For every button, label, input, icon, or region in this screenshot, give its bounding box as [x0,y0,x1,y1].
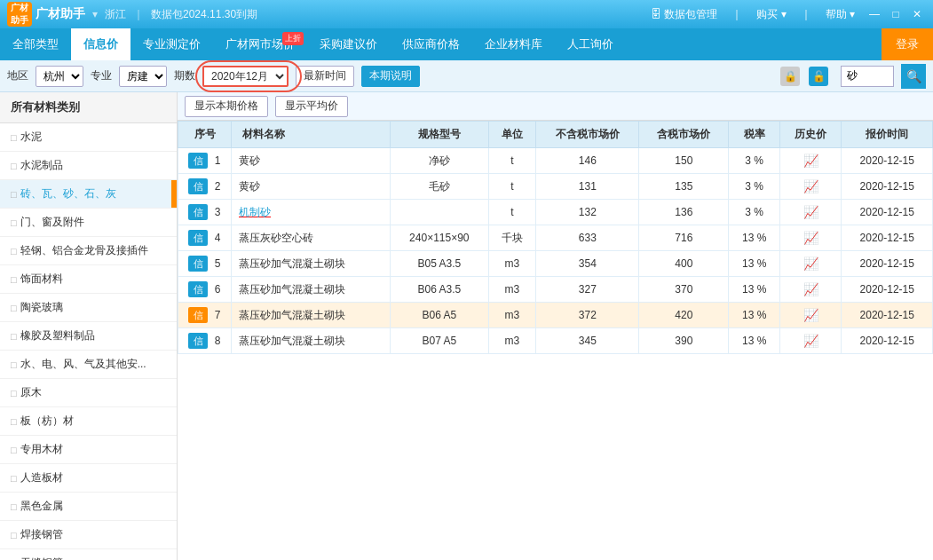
search-button[interactable]: 🔍 [901,64,926,89]
sidebar-item-wood[interactable]: □ 原木 [0,379,177,407]
sidebar-item-icon: □ [11,217,17,228]
table-row: 信 1 黄砂 净砂 t 146 150 3 % 📈 2020-12-15 [178,148,933,174]
material-name: 黄砂 [239,154,260,167]
cell-price-inc: 390 [639,328,729,354]
sidebar-item-water[interactable]: □ 水、电、风、气及其他安... [0,351,177,379]
cell-seq: 3 [215,206,221,218]
sidebar-item-board[interactable]: □ 板（枋）材 [0,407,177,436]
info-button[interactable]: 信 [188,204,208,220]
history-chart-icon[interactable]: 📈 [803,282,818,296]
sidebar-item-cement-products[interactable]: □ 水泥制品 [0,152,177,180]
nav-market-price[interactable]: 广材网市场价 上折 [213,28,307,60]
history-chart-icon[interactable]: 📈 [803,179,818,193]
info-button[interactable]: 信 [188,153,208,169]
info-button[interactable]: 信 [188,178,208,194]
sidebar-item-spec-wood[interactable]: □ 专用木材 [0,436,177,464]
refresh-time-button[interactable]: 最新时间 [296,66,354,87]
close-button[interactable]: ✕ [908,5,926,23]
sidebar-item-cement[interactable]: □ 水泥 [0,123,177,152]
nav-info-price[interactable]: 信息价 [71,28,130,60]
period-desc-button[interactable]: 本期说明 [361,66,420,87]
cell-history: 📈 [780,251,842,277]
cell-history: 📈 [780,303,842,328]
lock-icon[interactable]: 🔒 [780,67,800,86]
sidebar-item-icon: □ [11,445,17,455]
maximize-button[interactable]: □ [887,5,905,23]
sidebar-item-decor[interactable]: □ 饰面材料 [0,265,177,294]
sidebar-item-rubber[interactable]: □ 橡胶及塑料制品 [0,322,177,351]
nav-bar: 全部类型 信息价 专业测定价 广材网市场价 上折 采购建议价 供应商价格 企业材… [0,28,933,60]
cell-spec: 毛砂 [391,174,488,200]
cell-unit: t [488,200,536,225]
history-chart-icon[interactable]: 📈 [803,154,818,168]
type-filter-label: 专业 [91,68,112,83]
cell-price-inc: 136 [639,200,729,225]
buy-btn[interactable]: 购买 ▾ [756,7,786,22]
info-button[interactable]: 信 [188,307,208,323]
cell-unit: m3 [488,303,536,328]
cell-price-ex: 146 [536,148,639,174]
cell-report-time: 2020-12-15 [842,303,933,328]
period-select[interactable]: 2020年12月 [202,66,289,87]
sidebar-item-ferrous[interactable]: □ 黑色金属 [0,493,177,521]
search-input[interactable] [841,66,894,87]
sidebar-item-door[interactable]: □ 门、窗及附件 [0,209,177,237]
sidebar: 所有材料类别 □ 水泥 □ 水泥制品 □ 砖、瓦、砂、石、灰 □ 门、窗及附件 … [0,92,178,560]
nav-pro-price[interactable]: 专业测定价 [130,28,213,60]
material-name: 蒸压砂加气混凝土砌块 [239,257,345,270]
history-chart-icon[interactable]: 📈 [803,256,818,271]
sidebar-item-icon: □ [11,530,17,540]
sidebar-item-welded-pipe[interactable]: □ 焊接钢管 [0,521,177,549]
region-select[interactable]: 杭州 [36,66,83,87]
nav-enterprise-lib[interactable]: 企业材料库 [472,28,555,60]
history-chart-icon[interactable]: 📈 [803,231,818,245]
table-row: 信 4 蒸压灰砂空心砖 240×115×90 千块 633 716 13 % 📈… [178,225,933,251]
cell-spec: 净砂 [391,148,488,174]
cell-tax: 13 % [729,251,780,277]
minimize-button[interactable]: — [866,5,883,23]
login-button[interactable]: 登录 [882,28,933,60]
sep1: ▾ [92,8,98,20]
nav-all-types[interactable]: 全部类型 [0,28,71,60]
unlock-icon[interactable]: 🔓 [809,67,828,86]
sidebar-item-seamless-pipe[interactable]: □ 无缝钢管 [0,549,177,560]
cell-info-btn: 信 6 [178,277,232,303]
show-period-price-button[interactable]: 显示本期价格 [185,96,268,117]
nav-badge: 上折 [282,32,304,45]
sidebar-item-brick[interactable]: □ 砖、瓦、砂、石、灰 [0,180,177,209]
info-button[interactable]: 信 [188,230,208,246]
table-row: 信 5 蒸压砂加气混凝土砌块 B05 A3.5 m3 354 400 13 % … [178,251,933,277]
info-button[interactable]: 信 [188,281,208,297]
cell-name: 蒸压砂加气混凝土砌块 [232,277,391,303]
nav-purchase-price[interactable]: 采购建议价 [307,28,390,60]
cell-tax: 13 % [729,303,780,328]
table-row: 信 8 蒸压砂加气混凝土砌块 B07 A5 m3 345 390 13 % 📈 … [178,328,933,354]
help-btn[interactable]: 帮助 ▾ [826,7,855,22]
sidebar-item-icon: □ [11,189,17,200]
region-filter-label: 地区 [7,68,28,83]
info-button[interactable]: 信 [188,333,208,349]
cell-info-btn: 信 2 [178,174,232,200]
sidebar-item-panel[interactable]: □ 人造板材 [0,464,177,493]
cell-spec: B06 A3.5 [391,277,488,303]
cell-price-ex: 633 [536,225,639,251]
data-manage-btn[interactable]: 🗄 数据包管理 [651,7,717,22]
period-filter-label: 期数 [174,68,195,83]
cell-info-btn: 信 7 [178,303,232,328]
th-seq: 序号 [178,122,232,148]
show-avg-price-button[interactable]: 显示平均价 [275,96,348,117]
sidebar-item-steel[interactable]: □ 轻钢、铝合金龙骨及接插件 [0,237,177,265]
type-select[interactable]: 房建 [119,66,167,87]
nav-labor-inquiry[interactable]: 人工询价 [555,28,626,60]
price-table: 序号 材料名称 规格型号 单位 不含税市场价 含税市场价 税率 历史价 报价时间… [178,121,933,354]
table-header-row: 序号 材料名称 规格型号 单位 不含税市场价 含税市场价 税率 历史价 报价时间 [178,122,933,148]
cell-price-inc: 400 [639,251,729,277]
nav-supplier-price[interactable]: 供应商价格 [390,28,472,60]
history-chart-icon[interactable]: 📈 [803,205,818,219]
sidebar-item-ceramic[interactable]: □ 陶瓷玻璃 [0,294,177,322]
cell-name: 机制砂 [232,200,391,225]
info-button[interactable]: 信 [188,256,208,272]
history-chart-icon[interactable]: 📈 [803,334,818,348]
material-name-link[interactable]: 机制砂 [239,206,271,218]
history-chart-icon[interactable]: 📈 [803,308,818,322]
